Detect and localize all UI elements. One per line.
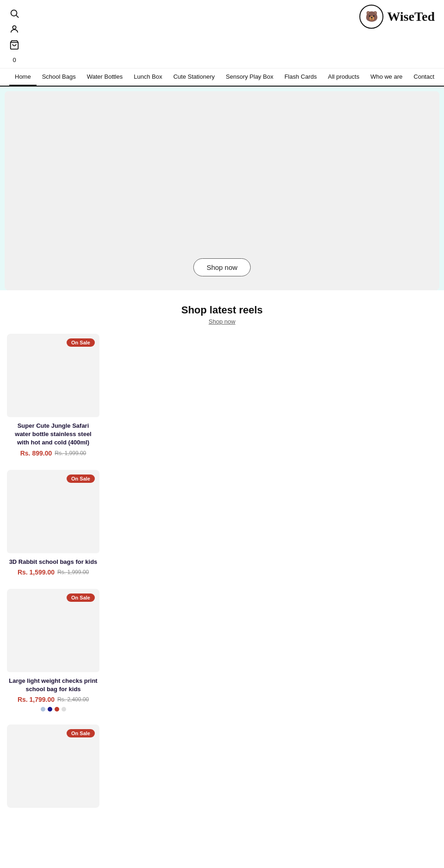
color-dot-3-0[interactable] — [41, 707, 45, 712]
price-current-2: Rs. 1,599.00 — [18, 568, 55, 576]
product-title-2: 3D Rabbit school bags for kids — [7, 558, 99, 566]
product-title-3: Large light weight checks print school b… — [7, 677, 99, 693]
on-sale-badge-3: On Sale — [67, 593, 95, 602]
hero-image: Shop now — [5, 91, 439, 290]
product-title-1: Super Cute Jungle Safari water bottle st… — [7, 422, 99, 447]
hero-shop-now-button[interactable]: Shop now — [193, 258, 251, 276]
product-image-4: On Sale — [7, 724, 99, 808]
on-sale-badge-2: On Sale — [67, 475, 95, 483]
nav-item-contact[interactable]: Contact — [408, 69, 440, 86]
product-image-2: On Sale — [7, 470, 99, 553]
price-original-1: Rs. 1,999.00 — [55, 450, 86, 456]
product-image-3: On Sale — [7, 589, 99, 672]
cart-icon-wrapper[interactable] — [9, 40, 19, 52]
nav-item-all-products[interactable]: All products — [322, 69, 365, 86]
hero-banner: Shop now — [0, 87, 444, 290]
color-dots-3 — [7, 707, 99, 712]
nav-item-home[interactable]: Home — [9, 69, 37, 86]
logo-text: WiseTed — [387, 9, 435, 24]
header: 0 🐻 WiseTed — [0, 0, 444, 68]
section-title: Shop latest reels — [9, 304, 435, 316]
svg-point-0 — [11, 10, 17, 16]
svg-point-2 — [12, 26, 16, 29]
product-card-2[interactable]: On Sale3D Rabbit school bags for kidsRs.… — [7, 470, 99, 580]
section-shop-now-link[interactable]: Shop now — [209, 318, 235, 325]
on-sale-badge-1: On Sale — [67, 338, 95, 347]
logo-area[interactable]: 🐻 WiseTed — [359, 5, 435, 29]
color-dot-3-2[interactable] — [55, 707, 59, 712]
nav-item-cute-stationery[interactable]: Cute Stationery — [168, 69, 221, 86]
nav-item-school-bags[interactable]: School Bags — [37, 69, 81, 86]
nav-item-flash-cards[interactable]: Flash Cards — [279, 69, 322, 86]
section-header: Shop latest reels Shop now — [0, 290, 444, 329]
account-icon[interactable] — [9, 24, 19, 36]
color-dot-3-1[interactable] — [48, 707, 52, 712]
price-row-1: Rs. 899.00Rs. 1,999.00 — [7, 450, 99, 457]
logo-icon: 🐻 — [359, 5, 383, 29]
products-list: On SaleSuper Cute Jungle Safari water bo… — [0, 329, 444, 817]
nav-item-water-bottles[interactable]: Water Bottles — [81, 69, 129, 86]
product-card-1[interactable]: On SaleSuper Cute Jungle Safari water bo… — [7, 334, 99, 461]
price-current-3: Rs. 1,799.00 — [18, 696, 55, 703]
nav-item-lunch-box[interactable]: Lunch Box — [128, 69, 167, 86]
nav-item-sensory-play-box[interactable]: Sensory Play Box — [220, 69, 279, 86]
price-current-1: Rs. 899.00 — [20, 450, 52, 457]
price-row-2: Rs. 1,599.00Rs. 1,999.00 — [7, 568, 99, 576]
price-original-3: Rs. 2,400.00 — [57, 696, 89, 703]
price-row-3: Rs. 1,799.00Rs. 2,400.00 — [7, 696, 99, 703]
product-card-4[interactable]: On Sale — [7, 724, 99, 808]
on-sale-badge-4: On Sale — [67, 729, 95, 737]
color-dot-3-3[interactable] — [62, 707, 66, 712]
product-card-3[interactable]: On SaleLarge light weight checks print s… — [7, 589, 99, 715]
product-image-1: On Sale — [7, 334, 99, 417]
svg-line-1 — [16, 15, 18, 18]
cart-count: 0 — [9, 56, 19, 63]
main-nav: HomeSchool BagsWater BottlesLunch BoxCut… — [0, 68, 444, 87]
header-icons: 0 — [9, 5, 19, 63]
price-original-2: Rs. 1,999.00 — [57, 569, 89, 575]
search-icon[interactable] — [9, 8, 19, 20]
nav-item-who-we-are[interactable]: Who we are — [365, 69, 408, 86]
